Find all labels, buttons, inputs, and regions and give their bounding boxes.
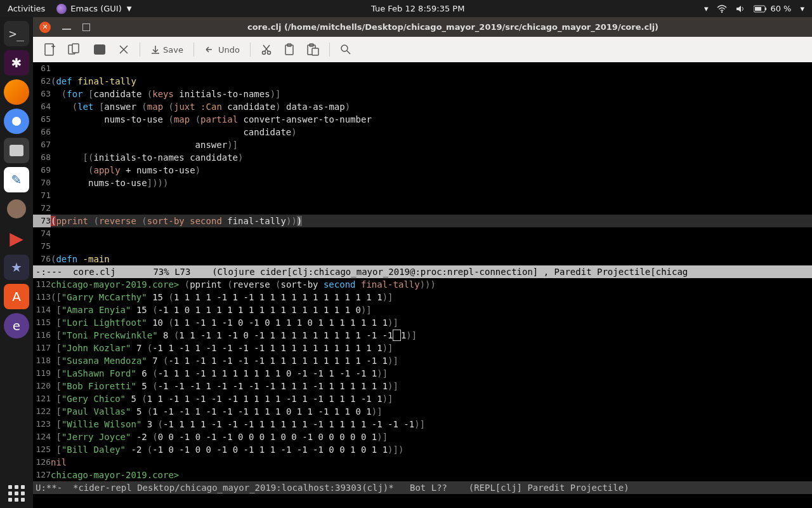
line-number: 76 [33, 253, 51, 265]
dock-files[interactable] [4, 138, 29, 163]
code-line[interactable]: 70 nums-to-use]))) [33, 177, 812, 189]
modeline-bottom[interactable]: U:**- *cider-repl Desktop/chicago_mayor_… [33, 481, 812, 494]
code-line[interactable]: 116 ["Toni Preckwinkle" 8 (1 1 -1 1 -1 0… [33, 329, 812, 342]
code-line[interactable]: 120 ["Bob Fioretti" 5 (-1 -1 -1 1 -1 -1 … [33, 380, 812, 392]
show-applications-button[interactable] [8, 485, 25, 502]
line-number: 126 [33, 456, 51, 469]
code-text: ["John Kozlar" 7 (-1 1 -1 1 -1 -1 -1 -1 … [51, 342, 812, 354]
window-close-button[interactable]: ✕ [39, 22, 51, 33]
code-line[interactable]: 126nil [33, 456, 812, 469]
app-menu[interactable]: Emacs (GUI) ▼ [56, 4, 131, 14]
code-line[interactable]: 123 ["Willie Wilson" 3 (-1 1 1 1 -1 -1 -… [33, 418, 812, 431]
maximize-pane-button[interactable] [89, 41, 110, 58]
code-line[interactable]: 62(def final-tally [33, 75, 812, 88]
dock-texteditor[interactable]: ✎ [4, 167, 29, 192]
save-button[interactable]: Save [147, 42, 187, 57]
dock-app-red[interactable]: ▶ [4, 225, 29, 251]
code-line[interactable]: 112chicago-mayor-2019.core> (pprint (rev… [33, 278, 812, 291]
code-line[interactable]: 61 [33, 62, 812, 75]
code-line[interactable]: 114 ["Amara Enyia" 15 (-1 1 0 1 1 1 1 1 … [33, 304, 812, 316]
code-line[interactable]: 74 [33, 227, 812, 240]
line-number: 123 [33, 418, 51, 431]
code-text: answer)] [51, 138, 812, 151]
undo-button[interactable]: Undo [200, 43, 244, 57]
code-line[interactable]: 71 [33, 189, 812, 202]
app-menu-label: Emacs (GUI) [70, 4, 121, 13]
code-text [51, 202, 812, 215]
code-text: chicago-mayor-2019.core> (pprint (revers… [51, 278, 812, 291]
emacs-icon [56, 4, 67, 14]
code-line[interactable]: 113(["Garry McCarthy" 15 (1 1 1 1 -1 1 -… [33, 291, 812, 304]
editor-buffer-core-clj[interactable]: 6162(def final-tally63 (for [candidate (… [33, 62, 812, 265]
window-titlebar: ✕ core.clj (/home/mitchells/Desktop/chic… [33, 17, 812, 37]
system-tray[interactable]: ▾ 60 % ▾ [704, 4, 804, 14]
dock-slack[interactable]: ✱ [4, 50, 29, 76]
line-number: 64 [33, 100, 51, 113]
code-line[interactable]: 65 nums-to-use (map (partial convert-ans… [33, 113, 812, 126]
svg-rect-3 [755, 7, 761, 11]
search-button[interactable] [336, 41, 355, 58]
code-line[interactable]: 121 ["Gery Chico" 5 (1 1 -1 1 -1 -1 -1 1… [33, 392, 812, 405]
cut-button[interactable] [257, 41, 276, 58]
line-number: 124 [33, 431, 51, 443]
code-text [51, 227, 812, 240]
code-text: ["Bill Daley" -2 (-1 0 -1 0 0 -1 0 -1 1 … [51, 443, 812, 456]
line-number: 118 [33, 354, 51, 367]
line-number: 125 [33, 443, 51, 456]
code-line[interactable]: 118 ["Susana Mendoza" 7 (-1 1 -1 1 -1 -1… [33, 354, 812, 367]
copy-clipboard-button[interactable] [280, 41, 299, 58]
code-line[interactable]: 72 [33, 202, 812, 215]
line-number: 63 [33, 88, 51, 100]
code-line[interactable]: 119 ["LaShawn Ford" 6 (-1 1 1 -1 1 1 1 1… [33, 367, 812, 380]
minibuffer[interactable] [33, 494, 812, 507]
line-number: 67 [33, 138, 51, 151]
activities-button[interactable]: Activities [8, 4, 45, 13]
dock-app-star[interactable]: ★ [4, 255, 29, 280]
chevron-down-icon: ▾ [704, 4, 709, 13]
dock-chromium[interactable] [4, 109, 29, 134]
code-line[interactable]: 76(defn -main [33, 253, 812, 265]
clock[interactable]: Tue Feb 12 8:59:35 PM [131, 4, 704, 13]
paste-button[interactable] [303, 41, 323, 58]
line-number: 62 [33, 75, 51, 88]
copy-button[interactable] [63, 40, 85, 59]
cider-repl-buffer[interactable]: 112chicago-mayor-2019.core> (pprint (rev… [33, 278, 812, 481]
close-pane-button[interactable] [114, 41, 133, 58]
code-line[interactable]: 122 ["Paul Vallas" 5 (1 -1 -1 1 -1 -1 -1… [33, 405, 812, 418]
code-line[interactable]: 127chicago-mayor-2019.core> [33, 469, 812, 481]
code-text: ["Lori Lightfoot" 10 (1 1 -1 1 -1 0 -1 0… [51, 316, 812, 329]
code-line[interactable]: 67 answer)] [33, 138, 812, 151]
code-line[interactable]: 117 ["John Kozlar" 7 (-1 1 -1 1 -1 -1 -1… [33, 342, 812, 354]
code-text: ["Paul Vallas" 5 (1 -1 -1 1 -1 -1 -1 1 1… [51, 405, 812, 418]
line-number: 70 [33, 177, 51, 189]
line-number: 127 [33, 469, 51, 481]
window-maximize-button[interactable] [82, 23, 90, 31]
svg-rect-6 [72, 44, 79, 53]
new-file-button[interactable] [39, 40, 60, 59]
window-minimize-button[interactable] [62, 25, 71, 30]
dock-emacs[interactable]: e [4, 313, 29, 338]
code-line[interactable]: 68 [(initials-to-names candidate) [33, 151, 812, 164]
code-line[interactable]: 124 ["Jerry Joyce" -2 (0 0 -1 0 -1 -1 0 … [33, 431, 812, 443]
dock-app-gopher[interactable] [4, 196, 29, 222]
code-line[interactable]: 69 (apply + nums-to-use) [33, 164, 812, 177]
code-text: candidate) [51, 126, 812, 138]
code-line[interactable]: 73(pprint (reverse (sort-by second final… [33, 215, 812, 227]
svg-point-0 [721, 11, 723, 12]
code-line[interactable]: 115 ["Lori Lightfoot" 10 (1 1 -1 1 -1 0 … [33, 316, 812, 329]
modeline-top[interactable]: -:--- core.clj 73% L73 (Clojure cider[cl… [33, 265, 812, 278]
code-line[interactable]: 63 (for [candidate (keys initials-to-nam… [33, 88, 812, 100]
code-line[interactable]: 66 candidate) [33, 126, 812, 138]
dock-software[interactable]: A [4, 284, 29, 309]
code-text [51, 62, 812, 75]
line-number: 75 [33, 240, 51, 253]
gnome-topbar: Activities Emacs (GUI) ▼ Tue Feb 12 8:59… [0, 0, 812, 17]
dock-firefox[interactable] [4, 79, 29, 105]
code-line[interactable]: 64 (let [answer (map (juxt :Can candidat… [33, 100, 812, 113]
dock-terminal[interactable]: >_ [4, 21, 29, 46]
code-line[interactable]: 125 ["Bill Daley" -2 (-1 0 -1 0 0 -1 0 -… [33, 443, 812, 456]
line-number: 119 [33, 367, 51, 380]
toolbar-separator [250, 43, 251, 57]
code-line[interactable]: 75 [33, 240, 812, 253]
code-text [51, 240, 812, 253]
